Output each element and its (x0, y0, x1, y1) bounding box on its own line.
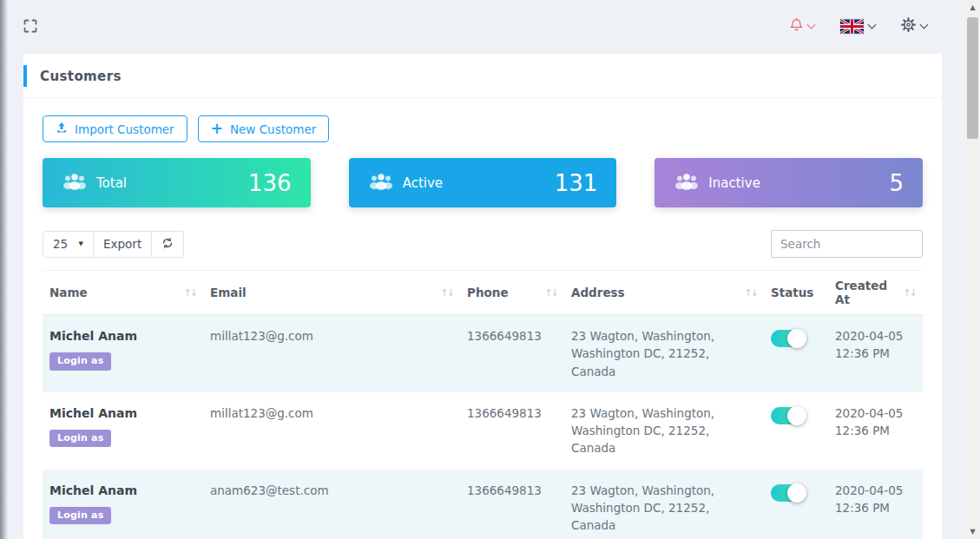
cell-address: 23 Wagton, Washington, Washington DC, 21… (564, 470, 764, 539)
page-title: Customers (40, 69, 122, 84)
created-date: 2020-04-05 (835, 327, 916, 345)
cell-phone: 1366649813 (460, 392, 564, 470)
stats-row: Total136Active131Inactive5 (43, 158, 923, 207)
cell-address: 23 Wagton, Washington, Washington DC, 21… (564, 392, 764, 470)
vertical-scrollbar[interactable]: ▲ ▼ (965, 0, 980, 539)
sort-icon: ↑↓ (184, 287, 196, 299)
notifications-dropdown[interactable] (790, 17, 814, 36)
main-area: Customers Import Customer + New Customer (0, 0, 965, 539)
new-customer-button[interactable]: + New Customer (198, 115, 330, 142)
stat-label: Inactive (708, 175, 760, 191)
cell-name: Michel AnamLogin as (43, 315, 203, 392)
import-customer-button[interactable]: Import Customer (43, 115, 187, 142)
cell-status (764, 392, 828, 470)
cell-email: millat123@g.com (203, 315, 460, 392)
cell-address: 23 Wagton, Washington, Washington DC, 21… (564, 315, 764, 392)
status-toggle[interactable] (771, 407, 804, 424)
caret-down-icon: ▼ (79, 240, 83, 247)
bell-icon (790, 17, 803, 36)
gear-icon (901, 17, 916, 36)
table-row: Michel AnamLogin asmillat123@g.com136664… (43, 315, 923, 392)
customer-name: Michel Anam (49, 327, 196, 345)
sort-icon: ↑↓ (545, 287, 557, 299)
users-icon (62, 172, 88, 194)
stat-value: 5 (889, 170, 904, 196)
page-size-select[interactable]: 25 ▼ (43, 231, 94, 258)
scrollbar-thumb[interactable] (967, 17, 978, 139)
sort-icon: ↑↓ (745, 287, 757, 299)
cell-created-at: 2020-04-0512:36 PM (828, 315, 923, 392)
chevron-down-icon (920, 20, 929, 29)
column-header-name[interactable]: Name↑↓ (43, 271, 203, 315)
created-date: 2020-04-05 (835, 482, 916, 499)
column-label: Name (49, 286, 88, 299)
cell-created-at: 2020-04-0512:36 PM (828, 392, 923, 470)
users-icon (674, 172, 700, 194)
stat-value: 136 (248, 170, 292, 196)
toggle-knob (787, 329, 806, 348)
cell-status (764, 470, 828, 539)
stat-card-total: Total136 (43, 158, 311, 207)
stat-label: Total (96, 175, 127, 191)
sort-icon: ↑↓ (441, 287, 453, 299)
created-time: 12:36 PM (835, 345, 916, 362)
content-panel: Customers Import Customer + New Customer (23, 54, 942, 539)
settings-dropdown[interactable] (901, 17, 927, 36)
stat-card-inactive: Inactive5 (654, 158, 923, 207)
column-label: Created At (835, 279, 904, 306)
topbar (0, 0, 965, 52)
table-buttons-group: 25 ▼ Export (43, 231, 184, 258)
cell-email: millat123@g.com (203, 392, 460, 470)
customer-name: Michel Anam (49, 482, 196, 500)
cell-name: Michel AnamLogin as (43, 392, 203, 470)
column-header-phone[interactable]: Phone↑↓ (460, 271, 564, 315)
refresh-icon (161, 237, 174, 252)
column-header-created-at[interactable]: Created At↑↓ (828, 271, 923, 315)
status-toggle[interactable] (771, 330, 804, 347)
action-buttons: Import Customer + New Customer (43, 115, 923, 142)
customer-name: Michel Anam (49, 404, 196, 423)
table-row: Michel AnamLogin asmillat123@g.com136664… (43, 392, 923, 470)
table-header-row: Name↑↓Email↑↓Phone↑↓Address↑↓StatusCreat… (43, 271, 923, 315)
cell-created-at: 2020-04-0512:36 PM (828, 470, 923, 539)
table-row: Michel AnamLogin asanam623@test.com13666… (43, 470, 923, 539)
scroll-down-button[interactable]: ▼ (965, 524, 980, 539)
cell-email: anam623@test.com (203, 470, 460, 539)
upload-icon (56, 122, 68, 136)
table-body: Michel AnamLogin asmillat123@g.com136664… (43, 315, 923, 539)
created-date: 2020-04-05 (835, 404, 916, 422)
login-as-badge[interactable]: Login as (49, 430, 111, 448)
status-toggle[interactable] (771, 484, 804, 502)
table-controls: 25 ▼ Export (43, 230, 923, 258)
created-time: 12:36 PM (835, 422, 916, 439)
cell-status (764, 315, 828, 392)
page-title-bar: Customers (23, 54, 942, 98)
column-label: Address (571, 286, 625, 299)
cell-phone: 1366649813 (460, 470, 564, 539)
login-as-badge[interactable]: Login as (49, 352, 111, 371)
scroll-up-button[interactable]: ▲ (965, 0, 980, 15)
column-header-email[interactable]: Email↑↓ (203, 271, 460, 315)
chevron-down-icon (807, 20, 816, 29)
chevron-down-icon (868, 20, 877, 29)
refresh-button[interactable] (151, 231, 184, 258)
language-dropdown[interactable] (840, 19, 875, 34)
fullscreen-icon[interactable] (23, 19, 37, 33)
stat-value: 131 (555, 170, 598, 196)
created-time: 12:36 PM (835, 499, 916, 516)
column-header-status: Status (764, 271, 828, 315)
column-label: Status (771, 286, 813, 299)
stat-card-active: Active131 (349, 158, 617, 207)
export-button[interactable]: Export (93, 231, 152, 258)
uk-flag-icon (840, 19, 864, 34)
users-icon (368, 172, 394, 194)
login-as-badge[interactable]: Login as (49, 507, 111, 525)
search-input[interactable] (771, 230, 923, 258)
cell-name: Michel AnamLogin as (43, 470, 203, 539)
toggle-knob (787, 483, 806, 503)
column-label: Email (210, 286, 247, 299)
toggle-knob (787, 406, 806, 425)
title-accent-bar (23, 65, 27, 87)
stat-label: Active (403, 175, 443, 191)
column-header-address[interactable]: Address↑↓ (564, 271, 764, 315)
